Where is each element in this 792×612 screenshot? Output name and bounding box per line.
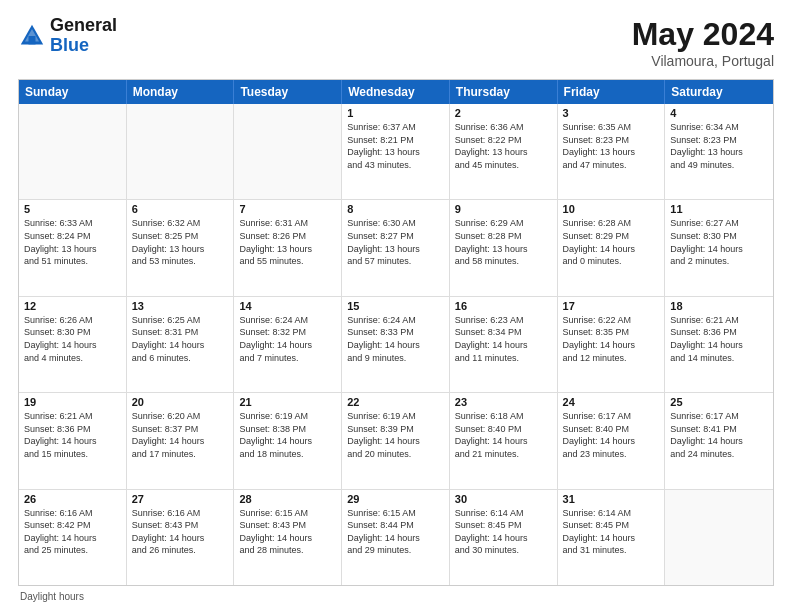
day-cell-5: 5Sunrise: 6:33 AM Sunset: 8:24 PM Daylig… (19, 200, 127, 295)
day-header-saturday: Saturday (665, 80, 773, 104)
day-cell-6: 6Sunrise: 6:32 AM Sunset: 8:25 PM Daylig… (127, 200, 235, 295)
day-cell-31: 31Sunrise: 6:14 AM Sunset: 8:45 PM Dayli… (558, 490, 666, 585)
day-cell-9: 9Sunrise: 6:29 AM Sunset: 8:28 PM Daylig… (450, 200, 558, 295)
day-number: 14 (239, 300, 336, 312)
month-title: May 2024 (632, 16, 774, 53)
day-cell-21: 21Sunrise: 6:19 AM Sunset: 8:38 PM Dayli… (234, 393, 342, 488)
day-cell-14: 14Sunrise: 6:24 AM Sunset: 8:32 PM Dayli… (234, 297, 342, 392)
day-cell-20: 20Sunrise: 6:20 AM Sunset: 8:37 PM Dayli… (127, 393, 235, 488)
page: General Blue May 2024 Vilamoura, Portuga… (0, 0, 792, 612)
day-cell-2: 2Sunrise: 6:36 AM Sunset: 8:22 PM Daylig… (450, 104, 558, 199)
day-header-tuesday: Tuesday (234, 80, 342, 104)
day-info: Sunrise: 6:20 AM Sunset: 8:37 PM Dayligh… (132, 410, 229, 460)
empty-cell (127, 104, 235, 199)
day-cell-7: 7Sunrise: 6:31 AM Sunset: 8:26 PM Daylig… (234, 200, 342, 295)
day-cell-28: 28Sunrise: 6:15 AM Sunset: 8:43 PM Dayli… (234, 490, 342, 585)
day-cell-11: 11Sunrise: 6:27 AM Sunset: 8:30 PM Dayli… (665, 200, 773, 295)
day-info: Sunrise: 6:17 AM Sunset: 8:40 PM Dayligh… (563, 410, 660, 460)
day-number: 8 (347, 203, 444, 215)
footer-note: Daylight hours (18, 591, 774, 602)
day-number: 6 (132, 203, 229, 215)
day-cell-12: 12Sunrise: 6:26 AM Sunset: 8:30 PM Dayli… (19, 297, 127, 392)
empty-cell (19, 104, 127, 199)
calendar-week-4: 19Sunrise: 6:21 AM Sunset: 8:36 PM Dayli… (19, 392, 773, 488)
day-cell-3: 3Sunrise: 6:35 AM Sunset: 8:23 PM Daylig… (558, 104, 666, 199)
day-number: 28 (239, 493, 336, 505)
day-number: 25 (670, 396, 768, 408)
day-cell-25: 25Sunrise: 6:17 AM Sunset: 8:41 PM Dayli… (665, 393, 773, 488)
day-info: Sunrise: 6:15 AM Sunset: 8:44 PM Dayligh… (347, 507, 444, 557)
day-cell-26: 26Sunrise: 6:16 AM Sunset: 8:42 PM Dayli… (19, 490, 127, 585)
day-number: 23 (455, 396, 552, 408)
day-cell-13: 13Sunrise: 6:25 AM Sunset: 8:31 PM Dayli… (127, 297, 235, 392)
day-cell-22: 22Sunrise: 6:19 AM Sunset: 8:39 PM Dayli… (342, 393, 450, 488)
day-info: Sunrise: 6:25 AM Sunset: 8:31 PM Dayligh… (132, 314, 229, 364)
day-info: Sunrise: 6:19 AM Sunset: 8:38 PM Dayligh… (239, 410, 336, 460)
day-number: 19 (24, 396, 121, 408)
svg-rect-2 (29, 36, 36, 44)
day-number: 2 (455, 107, 552, 119)
day-info: Sunrise: 6:32 AM Sunset: 8:25 PM Dayligh… (132, 217, 229, 267)
title-area: May 2024 Vilamoura, Portugal (632, 16, 774, 69)
day-header-thursday: Thursday (450, 80, 558, 104)
day-number: 17 (563, 300, 660, 312)
logo-text: General Blue (50, 16, 117, 56)
day-info: Sunrise: 6:27 AM Sunset: 8:30 PM Dayligh… (670, 217, 768, 267)
day-number: 5 (24, 203, 121, 215)
day-info: Sunrise: 6:35 AM Sunset: 8:23 PM Dayligh… (563, 121, 660, 171)
day-number: 13 (132, 300, 229, 312)
day-info: Sunrise: 6:23 AM Sunset: 8:34 PM Dayligh… (455, 314, 552, 364)
day-cell-8: 8Sunrise: 6:30 AM Sunset: 8:27 PM Daylig… (342, 200, 450, 295)
day-cell-18: 18Sunrise: 6:21 AM Sunset: 8:36 PM Dayli… (665, 297, 773, 392)
day-number: 11 (670, 203, 768, 215)
day-info: Sunrise: 6:14 AM Sunset: 8:45 PM Dayligh… (563, 507, 660, 557)
day-info: Sunrise: 6:36 AM Sunset: 8:22 PM Dayligh… (455, 121, 552, 171)
day-number: 27 (132, 493, 229, 505)
day-cell-10: 10Sunrise: 6:28 AM Sunset: 8:29 PM Dayli… (558, 200, 666, 295)
location-subtitle: Vilamoura, Portugal (632, 53, 774, 69)
day-number: 18 (670, 300, 768, 312)
day-info: Sunrise: 6:31 AM Sunset: 8:26 PM Dayligh… (239, 217, 336, 267)
day-info: Sunrise: 6:24 AM Sunset: 8:33 PM Dayligh… (347, 314, 444, 364)
day-cell-17: 17Sunrise: 6:22 AM Sunset: 8:35 PM Dayli… (558, 297, 666, 392)
day-info: Sunrise: 6:16 AM Sunset: 8:43 PM Dayligh… (132, 507, 229, 557)
day-cell-29: 29Sunrise: 6:15 AM Sunset: 8:44 PM Dayli… (342, 490, 450, 585)
day-number: 31 (563, 493, 660, 505)
day-info: Sunrise: 6:21 AM Sunset: 8:36 PM Dayligh… (670, 314, 768, 364)
day-number: 16 (455, 300, 552, 312)
day-number: 10 (563, 203, 660, 215)
header: General Blue May 2024 Vilamoura, Portuga… (18, 16, 774, 69)
day-info: Sunrise: 6:37 AM Sunset: 8:21 PM Dayligh… (347, 121, 444, 171)
day-info: Sunrise: 6:15 AM Sunset: 8:43 PM Dayligh… (239, 507, 336, 557)
day-number: 15 (347, 300, 444, 312)
day-cell-16: 16Sunrise: 6:23 AM Sunset: 8:34 PM Dayli… (450, 297, 558, 392)
day-number: 24 (563, 396, 660, 408)
day-number: 12 (24, 300, 121, 312)
calendar-week-1: 1Sunrise: 6:37 AM Sunset: 8:21 PM Daylig… (19, 104, 773, 199)
day-info: Sunrise: 6:14 AM Sunset: 8:45 PM Dayligh… (455, 507, 552, 557)
day-info: Sunrise: 6:17 AM Sunset: 8:41 PM Dayligh… (670, 410, 768, 460)
day-info: Sunrise: 6:16 AM Sunset: 8:42 PM Dayligh… (24, 507, 121, 557)
day-cell-27: 27Sunrise: 6:16 AM Sunset: 8:43 PM Dayli… (127, 490, 235, 585)
logo-blue-text: Blue (50, 36, 117, 56)
day-header-monday: Monday (127, 80, 235, 104)
day-number: 1 (347, 107, 444, 119)
empty-cell (234, 104, 342, 199)
day-header-friday: Friday (558, 80, 666, 104)
day-info: Sunrise: 6:26 AM Sunset: 8:30 PM Dayligh… (24, 314, 121, 364)
day-number: 3 (563, 107, 660, 119)
calendar-week-3: 12Sunrise: 6:26 AM Sunset: 8:30 PM Dayli… (19, 296, 773, 392)
day-info: Sunrise: 6:19 AM Sunset: 8:39 PM Dayligh… (347, 410, 444, 460)
day-info: Sunrise: 6:28 AM Sunset: 8:29 PM Dayligh… (563, 217, 660, 267)
day-cell-15: 15Sunrise: 6:24 AM Sunset: 8:33 PM Dayli… (342, 297, 450, 392)
day-info: Sunrise: 6:24 AM Sunset: 8:32 PM Dayligh… (239, 314, 336, 364)
day-info: Sunrise: 6:34 AM Sunset: 8:23 PM Dayligh… (670, 121, 768, 171)
day-header-wednesday: Wednesday (342, 80, 450, 104)
day-cell-19: 19Sunrise: 6:21 AM Sunset: 8:36 PM Dayli… (19, 393, 127, 488)
day-number: 9 (455, 203, 552, 215)
day-number: 4 (670, 107, 768, 119)
logo-general-text: General (50, 16, 117, 36)
day-cell-4: 4Sunrise: 6:34 AM Sunset: 8:23 PM Daylig… (665, 104, 773, 199)
day-cell-24: 24Sunrise: 6:17 AM Sunset: 8:40 PM Dayli… (558, 393, 666, 488)
calendar-body: 1Sunrise: 6:37 AM Sunset: 8:21 PM Daylig… (19, 104, 773, 585)
